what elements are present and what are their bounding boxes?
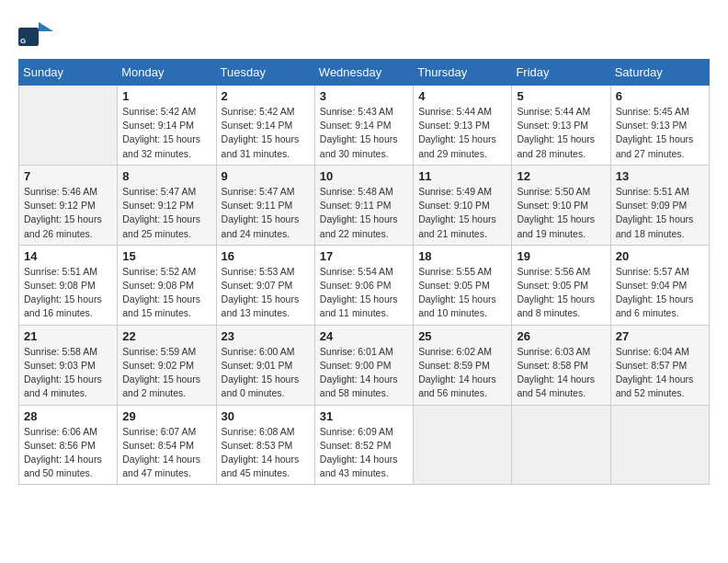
day-info: Sunrise: 6:03 AMSunset: 8:58 PMDaylight:… bbox=[517, 345, 605, 401]
svg-text:G: G bbox=[20, 37, 26, 45]
calendar-cell: 6Sunrise: 5:45 AMSunset: 9:13 PMDaylight… bbox=[610, 86, 709, 166]
calendar-cell: 13Sunrise: 5:51 AMSunset: 9:09 PMDayligh… bbox=[610, 165, 709, 245]
day-number: 3 bbox=[320, 89, 408, 103]
calendar-week-4: 21Sunrise: 5:58 AMSunset: 9:03 PMDayligh… bbox=[19, 325, 710, 405]
calendar-week-5: 28Sunrise: 6:06 AMSunset: 8:56 PMDayligh… bbox=[19, 405, 710, 485]
day-number: 13 bbox=[616, 169, 704, 183]
day-number: 18 bbox=[418, 249, 506, 263]
calendar-table: SundayMondayTuesdayWednesdayThursdayFrid… bbox=[18, 59, 710, 485]
calendar-cell: 31Sunrise: 6:09 AMSunset: 8:52 PMDayligh… bbox=[314, 405, 413, 485]
weekday-header-monday: Monday bbox=[118, 60, 216, 86]
day-number: 29 bbox=[122, 409, 210, 423]
day-info: Sunrise: 6:08 AMSunset: 8:53 PMDaylight:… bbox=[222, 425, 310, 481]
day-info: Sunrise: 5:45 AMSunset: 9:13 PMDaylight:… bbox=[616, 105, 704, 161]
day-number: 11 bbox=[418, 169, 506, 183]
day-number: 24 bbox=[320, 329, 408, 343]
day-info: Sunrise: 5:48 AMSunset: 9:11 PMDaylight:… bbox=[320, 185, 408, 241]
calendar-cell: 7Sunrise: 5:46 AMSunset: 9:12 PMDaylight… bbox=[19, 165, 118, 245]
day-number: 26 bbox=[517, 329, 605, 343]
day-number: 23 bbox=[222, 329, 310, 343]
calendar-cell: 30Sunrise: 6:08 AMSunset: 8:53 PMDayligh… bbox=[216, 405, 314, 485]
day-info: Sunrise: 5:47 AMSunset: 9:11 PMDaylight:… bbox=[222, 185, 310, 241]
day-info: Sunrise: 5:44 AMSunset: 9:13 PMDaylight:… bbox=[418, 105, 506, 161]
day-info: Sunrise: 5:50 AMSunset: 9:10 PMDaylight:… bbox=[517, 185, 605, 241]
day-info: Sunrise: 6:07 AMSunset: 8:54 PMDaylight:… bbox=[122, 425, 210, 481]
calendar-header: SundayMondayTuesdayWednesdayThursdayFrid… bbox=[19, 60, 710, 86]
day-info: Sunrise: 5:57 AMSunset: 9:04 PMDaylight:… bbox=[616, 265, 704, 321]
day-number: 9 bbox=[222, 169, 310, 183]
calendar-cell: 26Sunrise: 6:03 AMSunset: 8:58 PMDayligh… bbox=[512, 325, 610, 405]
day-info: Sunrise: 5:42 AMSunset: 9:14 PMDaylight:… bbox=[122, 105, 210, 161]
calendar-week-1: 1Sunrise: 5:42 AMSunset: 9:14 PMDaylight… bbox=[19, 86, 710, 166]
weekday-header-friday: Friday bbox=[512, 60, 610, 86]
day-number: 6 bbox=[616, 89, 704, 103]
day-info: Sunrise: 5:56 AMSunset: 9:05 PMDaylight:… bbox=[517, 265, 605, 321]
day-number: 5 bbox=[517, 89, 605, 103]
weekday-header-thursday: Thursday bbox=[414, 60, 512, 86]
calendar-cell: 5Sunrise: 5:44 AMSunset: 9:13 PMDaylight… bbox=[512, 86, 610, 166]
day-info: Sunrise: 6:02 AMSunset: 8:59 PMDaylight:… bbox=[418, 345, 506, 401]
weekday-header-wednesday: Wednesday bbox=[314, 60, 413, 86]
logo-icon: G bbox=[18, 18, 53, 50]
calendar-cell: 3Sunrise: 5:43 AMSunset: 9:14 PMDaylight… bbox=[314, 86, 413, 166]
calendar-cell bbox=[610, 405, 709, 485]
calendar-cell: 16Sunrise: 5:53 AMSunset: 9:07 PMDayligh… bbox=[216, 245, 314, 325]
day-number: 16 bbox=[222, 249, 310, 263]
day-number: 19 bbox=[517, 249, 605, 263]
calendar-body: 1Sunrise: 5:42 AMSunset: 9:14 PMDaylight… bbox=[19, 86, 710, 485]
calendar-cell: 2Sunrise: 5:42 AMSunset: 9:14 PMDaylight… bbox=[216, 86, 314, 166]
day-number: 22 bbox=[122, 329, 210, 343]
calendar-cell: 17Sunrise: 5:54 AMSunset: 9:06 PMDayligh… bbox=[314, 245, 413, 325]
calendar-week-2: 7Sunrise: 5:46 AMSunset: 9:12 PMDaylight… bbox=[19, 165, 710, 245]
weekday-header-saturday: Saturday bbox=[610, 60, 709, 86]
day-info: Sunrise: 5:51 AMSunset: 9:08 PMDaylight:… bbox=[24, 265, 112, 321]
day-number: 2 bbox=[222, 89, 310, 103]
weekday-header-row: SundayMondayTuesdayWednesdayThursdayFrid… bbox=[19, 60, 710, 86]
calendar-cell: 4Sunrise: 5:44 AMSunset: 9:13 PMDaylight… bbox=[414, 86, 512, 166]
day-info: Sunrise: 6:06 AMSunset: 8:56 PMDaylight:… bbox=[24, 425, 112, 481]
day-number: 8 bbox=[122, 169, 210, 183]
calendar-cell: 23Sunrise: 6:00 AMSunset: 9:01 PMDayligh… bbox=[216, 325, 314, 405]
day-info: Sunrise: 5:54 AMSunset: 9:06 PMDaylight:… bbox=[320, 265, 408, 321]
weekday-header-tuesday: Tuesday bbox=[216, 60, 314, 86]
day-info: Sunrise: 5:43 AMSunset: 9:14 PMDaylight:… bbox=[320, 105, 408, 161]
day-number: 21 bbox=[24, 329, 112, 343]
day-number: 28 bbox=[24, 409, 112, 423]
calendar-cell: 15Sunrise: 5:52 AMSunset: 9:08 PMDayligh… bbox=[118, 245, 216, 325]
calendar-cell: 27Sunrise: 6:04 AMSunset: 8:57 PMDayligh… bbox=[610, 325, 709, 405]
day-number: 7 bbox=[24, 169, 112, 183]
calendar-cell: 24Sunrise: 6:01 AMSunset: 9:00 PMDayligh… bbox=[314, 325, 413, 405]
day-number: 27 bbox=[616, 329, 704, 343]
calendar-cell: 10Sunrise: 5:48 AMSunset: 9:11 PMDayligh… bbox=[314, 165, 413, 245]
day-info: Sunrise: 5:58 AMSunset: 9:03 PMDaylight:… bbox=[24, 345, 112, 401]
day-info: Sunrise: 5:51 AMSunset: 9:09 PMDaylight:… bbox=[616, 185, 704, 241]
calendar-cell: 20Sunrise: 5:57 AMSunset: 9:04 PMDayligh… bbox=[610, 245, 709, 325]
day-info: Sunrise: 6:00 AMSunset: 9:01 PMDaylight:… bbox=[222, 345, 310, 401]
day-number: 4 bbox=[418, 89, 506, 103]
day-info: Sunrise: 5:42 AMSunset: 9:14 PMDaylight:… bbox=[222, 105, 310, 161]
weekday-header-sunday: Sunday bbox=[19, 60, 118, 86]
page-header: G bbox=[18, 18, 710, 50]
calendar-cell: 8Sunrise: 5:47 AMSunset: 9:12 PMDaylight… bbox=[118, 165, 216, 245]
calendar-cell: 28Sunrise: 6:06 AMSunset: 8:56 PMDayligh… bbox=[19, 405, 118, 485]
day-number: 10 bbox=[320, 169, 408, 183]
calendar-cell: 12Sunrise: 5:50 AMSunset: 9:10 PMDayligh… bbox=[512, 165, 610, 245]
calendar-cell: 21Sunrise: 5:58 AMSunset: 9:03 PMDayligh… bbox=[19, 325, 118, 405]
day-info: Sunrise: 5:44 AMSunset: 9:13 PMDaylight:… bbox=[517, 105, 605, 161]
day-number: 12 bbox=[517, 169, 605, 183]
calendar-cell: 14Sunrise: 5:51 AMSunset: 9:08 PMDayligh… bbox=[19, 245, 118, 325]
svg-marker-1 bbox=[39, 22, 53, 31]
calendar-cell: 22Sunrise: 5:59 AMSunset: 9:02 PMDayligh… bbox=[118, 325, 216, 405]
day-info: Sunrise: 5:47 AMSunset: 9:12 PMDaylight:… bbox=[122, 185, 210, 241]
day-number: 25 bbox=[418, 329, 506, 343]
calendar-cell: 19Sunrise: 5:56 AMSunset: 9:05 PMDayligh… bbox=[512, 245, 610, 325]
day-info: Sunrise: 5:49 AMSunset: 9:10 PMDaylight:… bbox=[418, 185, 506, 241]
logo: G bbox=[18, 18, 57, 50]
day-info: Sunrise: 6:04 AMSunset: 8:57 PMDaylight:… bbox=[616, 345, 704, 401]
day-number: 20 bbox=[616, 249, 704, 263]
calendar-cell bbox=[19, 86, 118, 166]
day-number: 31 bbox=[320, 409, 408, 423]
calendar-cell: 1Sunrise: 5:42 AMSunset: 9:14 PMDaylight… bbox=[118, 86, 216, 166]
calendar-cell: 9Sunrise: 5:47 AMSunset: 9:11 PMDaylight… bbox=[216, 165, 314, 245]
calendar-cell bbox=[414, 405, 512, 485]
